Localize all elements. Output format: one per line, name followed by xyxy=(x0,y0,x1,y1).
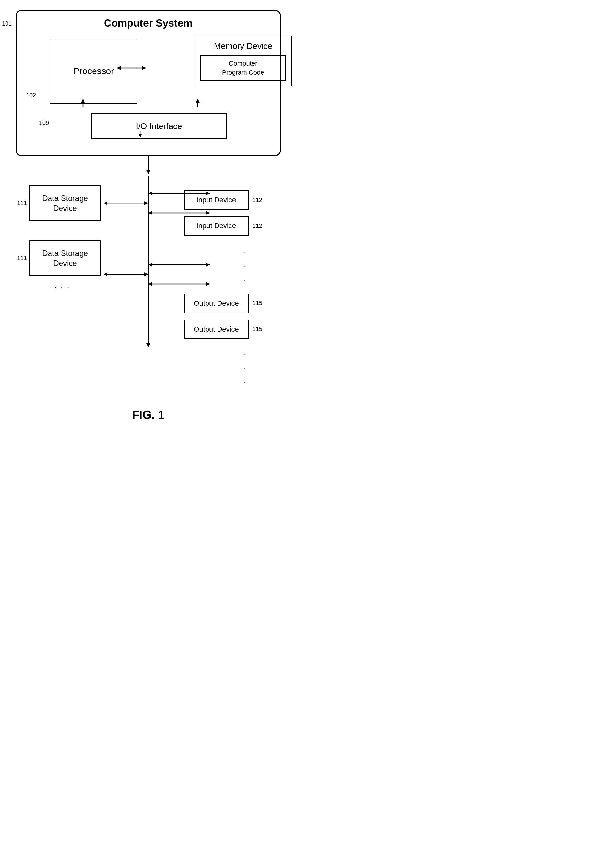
upper-diagram: 102 Processor 105 107 Memory Device Comp xyxy=(26,35,292,139)
data-storage-1-label: Data StorageDevice xyxy=(42,193,88,213)
computer-program-code-box: ComputerProgram Code xyxy=(200,55,286,81)
computer-system-title: Computer System xyxy=(26,17,270,29)
dots-io: ··· xyxy=(210,245,281,287)
memory-device-title: Memory Device xyxy=(200,41,286,51)
ref-111a: 111 xyxy=(17,200,27,207)
computer-system-box: 101 Computer System xyxy=(16,10,281,156)
bottom-section: 111 Data StorageDevice 111 Data StorageD… xyxy=(16,176,281,389)
left-column: 111 Data StorageDevice 111 Data StorageD… xyxy=(16,179,119,389)
output-device-box-2: Output Device xyxy=(184,320,248,339)
ref-112a: 112 xyxy=(253,197,262,204)
ref-112b: 112 xyxy=(253,223,262,229)
data-storage-box-1: Data StorageDevice xyxy=(30,185,101,221)
processor-box: Processor xyxy=(50,39,137,103)
io-interface-label: I/O Interface xyxy=(136,121,182,131)
input-device-1-label: Input Device xyxy=(197,196,236,204)
diagram-container: 101 Computer System xyxy=(13,10,284,422)
ref-115a: 115 xyxy=(253,300,262,307)
fig-label: FIG. 1 xyxy=(132,408,164,422)
ref-115b: 115 xyxy=(253,326,262,332)
io-row: 109 I/O Interface xyxy=(26,113,292,139)
dots-storage: · · · xyxy=(55,280,70,294)
output-device-box-1: Output Device xyxy=(184,294,248,313)
dots-output: ··· xyxy=(210,347,281,389)
vertical-line-svg xyxy=(16,156,281,176)
output-device-1-label: Output Device xyxy=(194,299,238,308)
top-row: 102 Processor 105 107 Memory Device Comp xyxy=(26,35,292,103)
ref-102: 102 xyxy=(26,92,36,99)
output-device-2-label: Output Device xyxy=(194,325,238,334)
data-storage-2-label: Data StorageDevice xyxy=(42,248,88,268)
input-device-2-label: Input Device xyxy=(197,221,236,230)
processor-label: Processor xyxy=(73,66,114,76)
svg-marker-10 xyxy=(146,170,150,174)
input-device-box-2: Input Device xyxy=(184,216,248,236)
input-device-box-1: Input Device xyxy=(184,190,248,210)
ref-111b: 111 xyxy=(17,255,27,262)
memory-device-box: Memory Device ComputerProgram Code xyxy=(195,35,292,86)
io-interface-box: I/O Interface xyxy=(91,113,227,139)
ref-109: 109 xyxy=(39,120,49,127)
ref-101: 101 xyxy=(2,21,12,27)
computer-program-code-label: ComputerProgram Code xyxy=(222,60,264,76)
right-column: Input Device 112 Input Device 112 ··· Ou… xyxy=(119,179,281,389)
data-storage-box-2: Data StorageDevice xyxy=(30,241,101,276)
